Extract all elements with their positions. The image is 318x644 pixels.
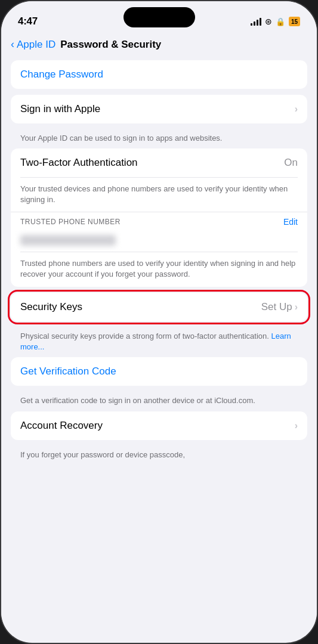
security-keys-chevron-icon: ›: [295, 302, 298, 312]
security-keys-descriptor: Physical security keys provide a strong …: [11, 327, 307, 357]
page-title: Password & Security: [60, 39, 161, 51]
security-keys-card[interactable]: Security Keys Set Up ›: [11, 293, 307, 321]
lock-icon: 🔒: [276, 17, 285, 26]
change-password-card[interactable]: Change Password: [11, 60, 307, 89]
back-button[interactable]: ‹ Apple ID: [11, 38, 55, 51]
phone-frame: 4:47 ⊛ 🔒 15 ‹ Apple ID Password & Securi…: [0, 0, 318, 644]
account-recovery-descriptor: If you forget your password or device pa…: [11, 446, 307, 465]
account-recovery-chevron-icon: ›: [295, 420, 298, 431]
trusted-phone-header: TRUSTED PHONE NUMBER Edit: [11, 215, 307, 231]
security-keys-row[interactable]: Security Keys Set Up ›: [11, 293, 307, 321]
content-area: Change Password Sign in with Apple › You…: [1, 55, 317, 636]
two-factor-row[interactable]: Two-Factor Authentication On: [11, 148, 307, 177]
get-verification-row[interactable]: Get Verification Code: [11, 357, 307, 386]
trusted-phone-descriptor: Trusted phone numbers are used to verify…: [11, 252, 307, 287]
sign-in-apple-label: Sign in with Apple: [20, 103, 100, 115]
change-password-row[interactable]: Change Password: [11, 60, 307, 89]
trusted-phone-edit-button[interactable]: Edit: [283, 217, 298, 227]
sign-in-apple-descriptor: Your Apple ID can be used to sign in to …: [11, 129, 307, 148]
account-recovery-label: Account Recovery: [20, 420, 103, 432]
two-factor-value: On: [284, 157, 298, 169]
two-factor-card: Two-Factor Authentication On Your truste…: [11, 148, 307, 287]
nav-bar: ‹ Apple ID Password & Security: [1, 33, 317, 55]
back-chevron-icon: ‹: [11, 38, 14, 51]
two-factor-descriptor: Your trusted devices and phone numbers a…: [11, 178, 307, 209]
sign-in-apple-row[interactable]: Sign in with Apple ›: [11, 95, 307, 123]
dynamic-island: [124, 7, 195, 27]
signal-bars-icon: [251, 17, 261, 26]
security-keys-right: Set Up ›: [261, 301, 298, 313]
two-factor-label: Two-Factor Authentication: [20, 157, 138, 169]
battery-icon: 15: [289, 17, 300, 26]
back-label[interactable]: Apple ID: [17, 39, 55, 51]
security-keys-label: Security Keys: [20, 301, 82, 313]
status-time: 4:47: [18, 16, 38, 27]
phone-number-area: [11, 231, 307, 252]
phone-number-blurred: [20, 235, 116, 246]
wifi-icon: ⊛: [265, 17, 272, 26]
change-password-label[interactable]: Change Password: [20, 69, 103, 80]
security-keys-value: Set Up: [261, 301, 292, 313]
sign-in-apple-right: ›: [295, 104, 298, 114]
sign-in-apple-card[interactable]: Sign in with Apple ›: [11, 95, 307, 123]
chevron-right-icon: ›: [295, 104, 298, 114]
account-recovery-right: ›: [295, 420, 298, 431]
get-verification-label[interactable]: Get Verification Code: [20, 366, 116, 377]
get-verification-descriptor: Get a verification code to sign in on an…: [11, 392, 307, 411]
status-icons: ⊛ 🔒 15: [251, 17, 300, 26]
get-verification-card[interactable]: Get Verification Code: [11, 357, 307, 386]
account-recovery-card[interactable]: Account Recovery ›: [11, 411, 307, 440]
account-recovery-row[interactable]: Account Recovery ›: [11, 411, 307, 440]
trusted-phone-section-label: TRUSTED PHONE NUMBER: [20, 218, 121, 226]
